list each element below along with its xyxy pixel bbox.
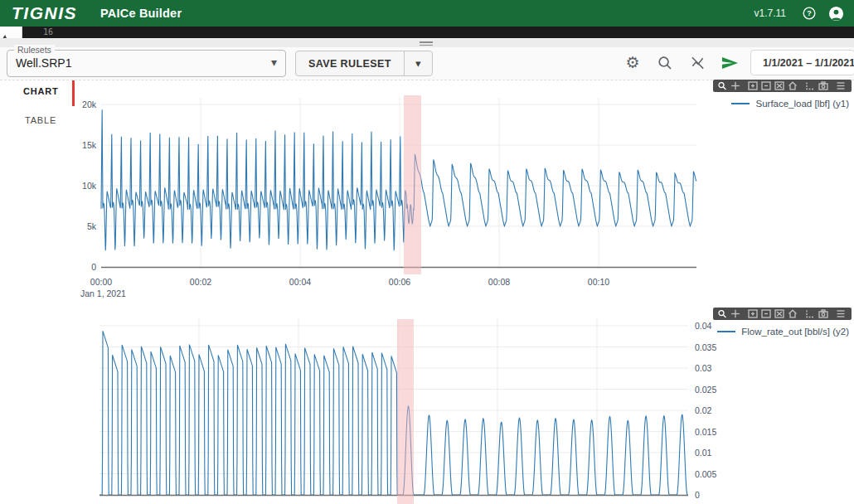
menu-icon[interactable] bbox=[836, 81, 846, 91]
zoom-in-icon[interactable] bbox=[748, 309, 758, 319]
y-tick-label: 5k bbox=[71, 221, 96, 231]
spikelines-icon[interactable] bbox=[805, 309, 815, 319]
x-tick-label: 00:00 bbox=[83, 277, 119, 287]
chart1-modebar bbox=[713, 80, 852, 92]
y-tick-label: 0.005 bbox=[695, 469, 716, 479]
autoscale-icon[interactable] bbox=[774, 81, 784, 91]
x-tick-label: 00:08 bbox=[481, 277, 517, 287]
zoom-icon[interactable] bbox=[717, 81, 727, 91]
zoom-out-icon[interactable] bbox=[761, 309, 771, 319]
highlight-band bbox=[404, 95, 421, 274]
legend-label: Flow_rate_out [bbl/s] (y2) bbox=[741, 327, 849, 337]
paice-builder-window: TIGNIS PAICe Builder v1.7.11 ? 16 Rulese… bbox=[0, 0, 854, 504]
x-tick-label: 00:10 bbox=[580, 277, 617, 287]
chart2-legend[interactable]: Flow_rate_out [bbl/s] (y2) bbox=[717, 326, 849, 337]
chart2-modebar bbox=[713, 308, 852, 320]
camera-icon[interactable] bbox=[818, 81, 828, 91]
zoom-in-icon[interactable] bbox=[748, 81, 758, 91]
x-tick-label: 00:04 bbox=[282, 277, 318, 287]
y-tick-label: 0.01 bbox=[695, 448, 711, 458]
charts-canvas[interactable] bbox=[0, 0, 854, 504]
y-tick-label: 0.015 bbox=[695, 427, 716, 437]
x-axis-date-label: Jan 1, 2021 bbox=[80, 288, 126, 298]
zoom-icon[interactable] bbox=[717, 309, 727, 319]
menu-icon[interactable] bbox=[836, 309, 846, 319]
y-tick-label: 10k bbox=[71, 181, 96, 191]
zoom-out-icon[interactable] bbox=[761, 81, 771, 91]
legend-label: Surface_load [lbf] (y1) bbox=[755, 99, 849, 109]
camera-icon[interactable] bbox=[818, 309, 828, 319]
y-tick-label: 0.02 bbox=[695, 405, 711, 415]
y-tick-label: 15k bbox=[71, 140, 96, 150]
home-icon[interactable] bbox=[788, 81, 798, 91]
y-tick-label: 0 bbox=[695, 490, 700, 500]
x-tick-label: 00:06 bbox=[381, 277, 418, 287]
x-tick-label: 00:02 bbox=[182, 277, 219, 287]
y-tick-label: 0.03 bbox=[695, 363, 711, 373]
series-line-Flow_rate_out bbox=[99, 331, 688, 495]
y-tick-label: 0.025 bbox=[695, 385, 716, 395]
pan-icon[interactable] bbox=[730, 309, 740, 319]
autoscale-icon[interactable] bbox=[774, 309, 784, 319]
y-tick-label: 0.035 bbox=[695, 342, 716, 352]
y-tick-label: 0 bbox=[71, 262, 96, 272]
legend-line-swatch bbox=[731, 103, 750, 104]
chart1-legend[interactable]: Surface_load [lbf] (y1) bbox=[731, 98, 849, 109]
highlight-band bbox=[397, 319, 414, 504]
legend-line-swatch bbox=[717, 331, 735, 332]
y-tick-label: 20k bbox=[71, 99, 96, 109]
pan-icon[interactable] bbox=[730, 81, 740, 91]
series-line-Surface_load bbox=[101, 109, 696, 250]
y-tick-label: 0.04 bbox=[695, 321, 711, 331]
home-icon[interactable] bbox=[788, 309, 798, 319]
spikelines-icon[interactable] bbox=[805, 81, 815, 91]
